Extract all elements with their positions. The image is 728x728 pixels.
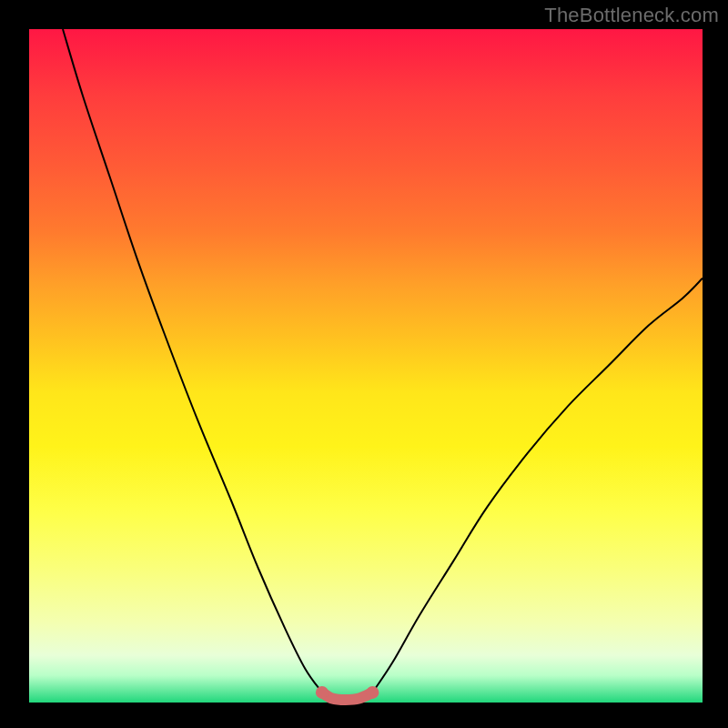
- watermark-text: TheBottleneck.com: [544, 5, 719, 25]
- marker-highlight-endcap-right: [366, 686, 379, 699]
- curve-layer: [29, 29, 703, 703]
- chart-frame: TheBottleneck.com: [0, 0, 728, 728]
- series-left-arm: [63, 29, 322, 693]
- marker-highlight-endcap-left: [316, 686, 329, 699]
- series-right-arm: [372, 278, 703, 693]
- series-bottom-highlight: [322, 693, 373, 700]
